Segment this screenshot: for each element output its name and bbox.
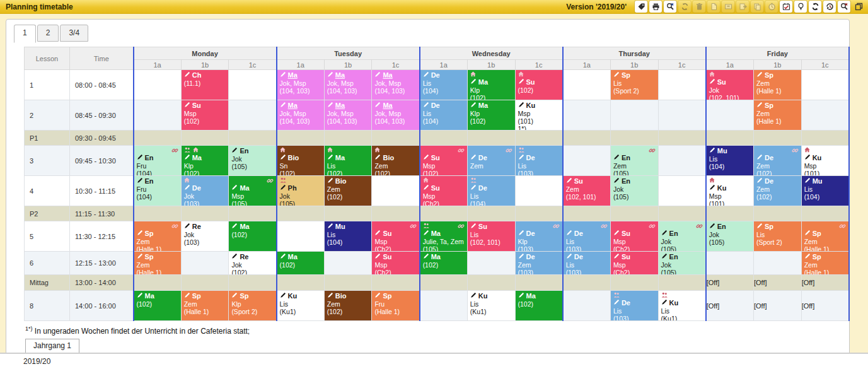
slot-thursday-1b-lesson-3[interactable]: EnZem(105) [610,146,658,176]
lesson-block[interactable]: SpZem(Halle 1) [802,252,848,274]
lesson-block[interactable]: MaJok, Msp(104, 103) [277,70,324,100]
lesson-block[interactable]: DeJok(103) [182,176,229,206]
lesson-block[interactable]: BioZem(102) [325,291,372,320]
slot-tuesday-1c-lesson-8[interactable]: SpFru(Halle 1) [372,291,420,321]
lesson-block[interactable]: KuMsp(101) [707,176,753,206]
slot-friday-1b-lesson-5[interactable]: SpLis(Sport 2) [753,221,801,252]
lesson-block[interactable]: Ch(11.1) [182,70,229,100]
slot-wednesday-1c-lesson-5[interactable]: DeKlp(103) [515,221,563,252]
lesson-block[interactable]: EnJok(105) [659,252,705,274]
lesson-block[interactable]: SpZem(Halle 1) [754,70,801,100]
lesson-block[interactable]: KuMsp(101)1*) [802,146,848,175]
calendar-check-icon[interactable] [780,1,792,13]
slot-tuesday-1b-lesson-4[interactable]: BioZem(102) [324,176,372,206]
slot-wednesday-1c-lesson-2[interactable]: KuMsp(101)1*) [515,100,563,131]
slot-tuesday-1b-lesson-3[interactable]: MaLis(102) [324,146,372,176]
slot-monday-1a-lesson-6[interactable]: SpZem(Halle 1) [134,252,182,275]
slot-tuesday-1a-lesson-3[interactable]: BioSn(102) [277,146,325,176]
slot-friday-1a-lesson-4[interactable]: KuMsp(101) [706,176,754,206]
lesson-block[interactable]: SuMsp(Ch2) [372,252,419,274]
search-remove-icon[interactable] [664,1,676,13]
sync-icon[interactable] [809,1,821,13]
slot-monday-1a-lesson-3[interactable]: EnFru(104) [134,146,182,176]
lesson-block[interactable]: KuLis(Ku1) [659,291,705,320]
slot-wednesday-1c-lesson-8[interactable]: Ma(102) [515,291,563,321]
slot-wednesday-1a-lesson-4[interactable]: SuMsp(Ch2) [420,176,468,206]
lesson-block[interactable]: Su(102) [516,70,562,100]
slot-thursday-1c-lesson-5[interactable]: EnJok(105) [658,221,706,252]
slot-monday-1c-lesson-6[interactable]: ReJok(102) [229,252,277,275]
lesson-block[interactable]: MuLis(104) [707,146,753,175]
lesson-block[interactable]: KuMsp(101)1*) [516,100,562,130]
lesson-block[interactable]: KuLis(Ku1) [468,291,515,320]
lesson-block[interactable]: MaMsp(105) [229,176,275,206]
slot-thursday-1b-lesson-5[interactable]: SuMsp(Ch2) [610,221,658,252]
lesson-block[interactable]: SpZem(Halle 1) [134,221,181,251]
slot-wednesday-1c-lesson-3[interactable]: DeLis(103) [515,146,563,176]
jahrgang-button[interactable]: Jahrgang 1 [25,339,79,353]
slot-thursday-1b-lesson-6[interactable]: SuMsp(Ch2) [610,252,658,275]
slot-friday-1c-lesson-6[interactable]: SpZem(Halle 1) [801,252,849,275]
print-icon[interactable] [649,1,662,13]
lesson-block[interactable]: SuJok(102, 101) [707,70,753,100]
slot-friday-1a-lesson-1[interactable]: SuJok(102, 101) [706,70,754,100]
lesson-block[interactable]: MaLis(102) [325,146,372,175]
lesson-block[interactable]: SpZem(Halle 1) [802,221,848,251]
lesson-block[interactable]: SpZem(Halle 1) [134,252,181,274]
slot-thursday-1c-lesson-8[interactable]: KuLis(Ku1) [658,291,706,321]
lesson-block[interactable]: BioZem(102) [325,176,372,206]
lesson-block[interactable]: DeLis(103) [564,221,610,251]
slot-tuesday-1b-lesson-2[interactable]: MaJok, Msp(104, 103) [324,100,372,131]
lesson-block[interactable]: MaJok, Msp(104, 103) [325,100,372,130]
slot-monday-1a-lesson-8[interactable]: Ma(102) [134,291,182,321]
slot-tuesday-1c-lesson-6[interactable]: SuMsp(Ch2) [372,252,420,275]
slot-monday-1b-lesson-2[interactable]: SuMsp(102) [181,100,229,131]
slot-friday-1b-lesson-4[interactable]: DeZem(102) [753,176,801,206]
tab-2[interactable]: 2 [37,25,59,42]
lesson-block[interactable]: ReJok(102) [229,252,275,274]
lesson-block[interactable]: BioZem(102) [372,146,419,175]
slot-monday-1c-lesson-4[interactable]: MaMsp(105) [229,176,277,206]
slot-tuesday-1b-lesson-8[interactable]: BioZem(102) [324,291,372,321]
slot-tuesday-1c-lesson-1[interactable]: MaJok, Msp(104, 103) [372,70,420,100]
lesson-block[interactable]: MaJok, Msp(104, 103) [277,100,324,130]
slot-wednesday-1b-lesson-1[interactable]: MaKlp(102) [467,70,515,100]
slot-tuesday-1c-lesson-3[interactable]: BioZem(102) [372,146,420,176]
lesson-block[interactable]: EnJok(105) [707,221,753,251]
slot-monday-1b-lesson-3[interactable]: MaKlp(102) [181,146,229,176]
lesson-block[interactable]: DeZem(102) [754,176,801,206]
slot-thursday-1a-lesson-5[interactable]: DeLis(103) [563,221,611,252]
slot-friday-1b-lesson-3[interactable]: DeZem(102) [753,146,801,176]
slot-wednesday-1a-lesson-1[interactable]: DeLis(104) [420,70,468,100]
lesson-block[interactable]: EnJok(105) [659,221,705,251]
slot-monday-1b-lesson-4[interactable]: DeJok(103) [181,176,229,206]
slot-wednesday-1b-lesson-3[interactable]: DeZem [467,146,515,176]
slot-wednesday-1a-lesson-2[interactable]: DeLis(104) [420,100,468,131]
slot-friday-1c-lesson-4[interactable]: MuLis(104) [801,176,849,206]
lesson-block[interactable]: ReJok(103) [182,221,229,251]
slot-monday-1c-lesson-5[interactable]: Ma(102) [229,221,277,252]
lesson-block[interactable]: MaKlp(102) [468,70,515,100]
slot-thursday-1b-lesson-1[interactable]: SpLis(Sport 2) [610,70,658,100]
history-icon[interactable] [823,1,836,13]
lesson-block[interactable]: SuMsp(Ch2) [611,252,658,274]
tab-3-4[interactable]: 3/4 [60,25,88,42]
slot-wednesday-1c-lesson-6[interactable]: DeZem(103) [515,252,563,275]
slot-thursday-1b-lesson-8[interactable]: DeLis(103) [610,291,658,321]
lesson-block[interactable]: EnFru(104) [134,146,181,175]
slot-wednesday-1a-lesson-5[interactable]: MaJulie, Ta, Zem(105) [420,221,468,252]
slot-friday-1b-lesson-1[interactable]: SpZem(Halle 1) [753,70,801,100]
slot-tuesday-1a-lesson-2[interactable]: MaJok, Msp(104, 103) [277,100,325,131]
slot-monday-1c-lesson-3[interactable]: EnJok(105) [229,146,277,176]
lesson-block[interactable]: MaKlp(102) [182,146,229,175]
slot-monday-1c-lesson-8[interactable]: SpKlp(Sport 2) [229,291,277,321]
lesson-block[interactable]: Ma(102) [516,291,562,320]
slot-wednesday-1b-lesson-8[interactable]: KuLis(Ku1) [467,291,515,321]
slot-tuesday-1a-lesson-8[interactable]: KuLis(Ku1) [277,291,325,321]
slot-thursday-1c-lesson-6[interactable]: EnJok(105) [658,252,706,275]
slot-wednesday-1b-lesson-2[interactable]: MaKlp(102) [467,100,515,131]
idea-icon[interactable] [794,1,807,13]
lesson-block[interactable]: DeLis(104) [420,70,467,100]
lesson-block[interactable]: SuMsp(Ch2) [420,176,467,206]
lesson-block[interactable]: EnJok(105) [229,146,275,175]
